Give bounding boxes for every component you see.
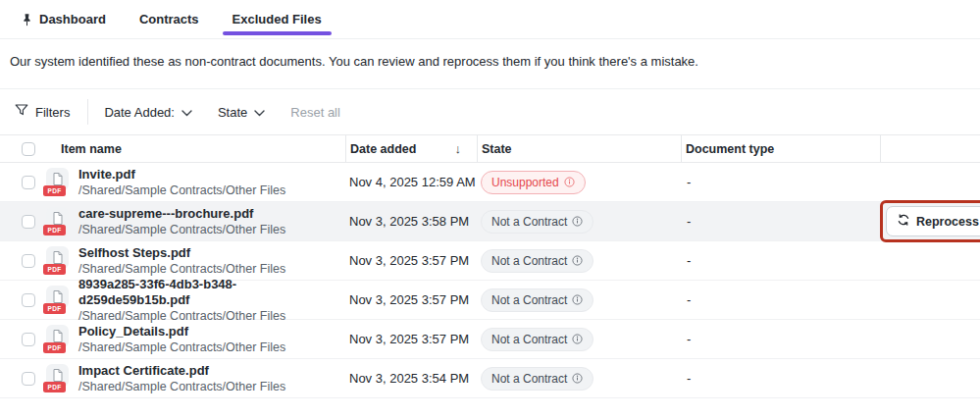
row-checkbox[interactable] [22,293,35,307]
state-cell: Not a Contract [477,367,681,391]
state-filter-label: State [218,105,247,120]
state-badge-label: Not a Contract [491,293,567,307]
table-row[interactable]: PDF 8939a285-33f6-4db3-b348-d259de59b15b… [0,281,980,320]
item-cell: PDF Policy_Details.pdf /Shared/Sample Co… [43,324,345,355]
header-actions [880,135,980,162]
tab-contracts[interactable]: Contracts [137,0,201,38]
item-cell: PDF Selfhost Steps.pdf /Shared/Sample Co… [43,245,345,277]
filter-bar: Filters Date Added: State Reset all [0,89,980,134]
row-checkbox[interactable] [22,372,35,386]
pdf-file-icon: PDF [43,168,69,197]
reprocess-button-label: Reprocess [916,215,979,229]
state-badge: Not a Contract [481,288,593,312]
select-all-checkbox[interactable] [22,142,35,156]
table-row[interactable]: PDF Invite.pdf /Shared/Sample Contracts/… [0,163,980,202]
header-state: State [477,135,681,162]
pdf-file-icon: PDF [43,207,69,236]
state-cell: Not a Contract [477,249,681,273]
info-icon[interactable] [572,216,583,227]
pdf-badge: PDF [43,382,66,392]
funnel-icon [15,104,28,120]
date-added-cell: Nov 3, 2025 3:57 PM [345,332,477,346]
tab-excluded-files[interactable]: Excluded Files [231,0,324,38]
date-added-cell: Nov 3, 2025 3:57 PM [345,253,477,268]
state-badge-label: Not a Contract [491,215,567,229]
tab-label: Dashboard [39,12,106,26]
state-badge: Not a Contract [481,328,593,351]
info-icon[interactable] [572,255,583,266]
file-name[interactable]: Policy_Details.pdf [78,324,285,340]
file-name[interactable]: Selfhost Steps.pdf [78,245,285,261]
chevron-down-icon [254,105,265,120]
file-name[interactable]: care-supreme---brochure.pdf [78,206,285,222]
tab-dashboard[interactable]: Dashboard [20,0,108,38]
file-name[interactable]: 8939a285-33f6-4db3-b348-d259de59b15b.pdf [78,277,345,308]
reset-all-button[interactable]: Reset all [290,105,340,120]
row-checkbox-cell [0,293,43,307]
pdf-badge: PDF [43,264,66,275]
reprocess-button[interactable]: Reprocess [886,206,980,236]
header-document-type: Document type [681,135,880,162]
table-row[interactable]: PDF Selfhost Steps.pdf /Shared/Sample Co… [0,241,980,281]
row-checkbox-cell [0,176,43,189]
item-cell: PDF Invite.pdf /Shared/Sample Contracts/… [43,167,345,198]
table-row[interactable]: PDF care-supreme---brochure.pdf /Shared/… [0,202,980,241]
pdf-file-icon: PDF [43,325,69,354]
document-type-cell: - [681,214,880,229]
item-cell: PDF 8939a285-33f6-4db3-b348-d259de59b15b… [43,277,345,324]
row-checkbox-cell [0,215,43,229]
file-name[interactable]: Impact Certificate.pdf [78,363,285,379]
info-icon[interactable] [572,373,583,384]
pin-icon [22,13,32,26]
state-badge-label: Not a Contract [491,372,567,386]
tab-label: Contracts [139,12,199,26]
filter-divider [87,99,88,125]
info-icon[interactable] [572,334,583,344]
date-added-cell: Nov 4, 2025 12:59 AM [345,175,477,189]
tab-bar: Dashboard Contracts Excluded Files [0,0,980,39]
document-type-cell: - [681,332,880,346]
row-checkbox-cell [0,372,43,386]
filters-button[interactable]: Filters [15,104,70,120]
table-row[interactable]: PDF Policy_Details.pdf /Shared/Sample Co… [0,320,980,359]
document-type-cell: - [681,292,880,307]
sort-descending-icon[interactable]: ↓ [455,141,462,156]
row-checkbox[interactable] [22,333,35,346]
annotation-highlight-box: Reprocess [880,200,980,242]
file-name[interactable]: Invite.pdf [78,167,285,183]
header-date-added[interactable]: Date added ↓ [345,135,477,162]
table-header-row: Item name Date added ↓ State Document ty… [0,135,980,163]
reprocess-sync-icon [897,213,910,230]
item-cell: PDF care-supreme---brochure.pdf /Shared/… [43,206,345,237]
tab-label: Excluded Files [232,12,322,26]
file-path: /Shared/Sample Contracts/Other Files [78,183,285,198]
table-body: PDF Invite.pdf /Shared/Sample Contracts/… [0,163,980,398]
file-path: /Shared/Sample Contracts/Other Files [78,222,285,237]
row-checkbox-cell [0,333,43,346]
page-description: Our system identified these as non-contr… [10,54,970,69]
row-checkbox[interactable] [22,215,35,229]
table-row[interactable]: PDF Impact Certificate.pdf /Shared/Sampl… [0,359,980,398]
state-cell: Not a Contract [477,328,681,351]
file-path: /Shared/Sample Contracts/Other Files [78,261,285,277]
date-added-cell: Nov 3, 2025 3:58 PM [345,214,477,229]
pdf-badge: PDF [43,225,66,235]
header-checkbox-cell [0,142,43,156]
info-icon[interactable] [564,177,575,187]
date-added-cell: Nov 3, 2025 3:57 PM [345,292,477,307]
info-icon[interactable] [572,294,583,305]
row-checkbox[interactable] [22,176,35,189]
state-cell: Unsupported [477,171,681,194]
document-type-cell: - [681,371,880,386]
row-checkbox[interactable] [22,254,35,268]
pdf-badge: PDF [43,185,66,196]
date-added-filter[interactable]: Date Added: [104,105,192,120]
item-cell: PDF Impact Certificate.pdf /Shared/Sampl… [43,363,345,394]
pdf-file-icon: PDF [43,286,69,315]
state-filter[interactable]: State [218,105,265,120]
document-type-cell: - [681,253,880,268]
action-cell: Reprocess [880,200,980,242]
state-badge: Not a Contract [481,210,593,234]
filters-label: Filters [35,105,70,120]
header-date-added-label: Date added [350,142,416,156]
